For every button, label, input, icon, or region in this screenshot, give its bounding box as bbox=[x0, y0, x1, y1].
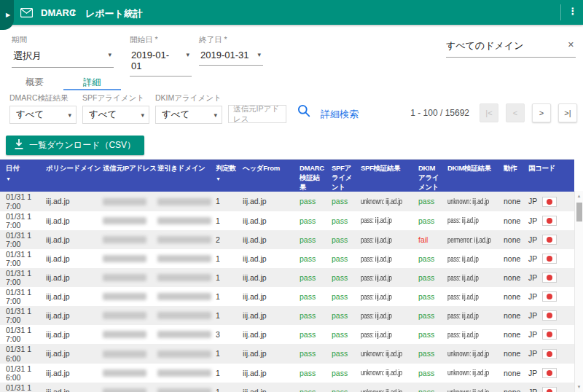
table-row[interactable]: 01/31 16:00iij.ad.jp1iij.ad.jppasspassun… bbox=[0, 383, 574, 392]
table-row[interactable]: 01/31 16:00iij.ad.jp1iij.ad.jppasspassun… bbox=[0, 364, 574, 383]
cell-dmarc-result: pass bbox=[294, 249, 326, 268]
col-country-code[interactable]: 国コード bbox=[523, 160, 574, 192]
japan-flag-icon bbox=[542, 310, 557, 321]
cell-spf-alignment: pass bbox=[326, 287, 355, 306]
active-tab-indicator bbox=[63, 89, 121, 90]
prev-page-button[interactable]: < bbox=[506, 103, 525, 122]
cell-dkim-result: pass: iij.ad.jp bbox=[442, 287, 498, 306]
cell-action: none bbox=[498, 211, 523, 230]
col-policy-domain[interactable]: ポリシードメイン bbox=[40, 160, 97, 192]
period-select[interactable]: 期間 選択月 ▾ bbox=[12, 35, 114, 68]
cell-dkim-result: pass: iij.ad.jp bbox=[442, 211, 498, 230]
source-ip-placeholder: 送信元IPアドレス bbox=[233, 104, 281, 125]
cell-action: none bbox=[498, 344, 523, 363]
japan-flag-icon bbox=[542, 329, 557, 340]
col-spf-alignment[interactable]: SPFアライメント bbox=[326, 160, 355, 192]
cell-dmarc-result: pass bbox=[294, 325, 326, 344]
dkim-alignment-select[interactable]: DKIMアライメント すべて ▾ bbox=[155, 93, 222, 124]
download-csv-button[interactable]: 一覧ダウンロード（CSV） bbox=[6, 136, 144, 155]
col-dkim-alignment[interactable]: DKIMアライメント bbox=[412, 160, 442, 192]
cell-policy-domain: iij.ad.jp bbox=[40, 364, 97, 383]
cell-spf-result: unknown: iij.ad.jp bbox=[355, 192, 412, 211]
last-page-button[interactable]: >| bbox=[558, 103, 577, 122]
sort-desc-icon[interactable]: ▼ bbox=[6, 176, 39, 182]
sort-desc-icon[interactable]: ▼ bbox=[216, 176, 236, 182]
col-count[interactable]: 判定数 ▼ bbox=[210, 160, 237, 192]
clear-icon[interactable]: ✕ bbox=[568, 40, 574, 50]
table-row[interactable]: 01/31 17:00iij.ad.jp2iij.ad.jppasspasspa… bbox=[0, 230, 574, 249]
table-row[interactable]: 01/31 17:00iij.ad.jp1iij.ad.jppasspasspa… bbox=[0, 268, 574, 287]
cell-country: JP bbox=[523, 287, 574, 306]
blurred-source-ip bbox=[103, 369, 146, 377]
japan-flag-icon bbox=[542, 387, 557, 392]
dkim-alignment-value: すべて bbox=[162, 109, 189, 121]
col-header-from[interactable]: ヘッダFrom bbox=[237, 160, 294, 192]
cell-header-from: iij.ad.jp bbox=[237, 249, 294, 268]
dmarc-result-select[interactable]: DMARC検証結果 すべて ▾ bbox=[9, 93, 77, 124]
blurred-source-ip bbox=[103, 217, 146, 224]
advanced-search-link[interactable]: 詳細検索 bbox=[321, 108, 359, 121]
cell-spf-alignment: pass bbox=[326, 364, 355, 383]
table-row[interactable]: 01/31 17:00iij.ad.jp3iij.ad.jppasspasspa… bbox=[0, 325, 574, 344]
cell-spf-result: pass: iij.ad.jp bbox=[355, 249, 412, 268]
table-row[interactable]: 01/31 17:00iij.ad.jp1iij.ad.jppasspasspa… bbox=[0, 211, 574, 230]
scroll-down-icon[interactable]: ▼ bbox=[575, 385, 583, 389]
cell-date: 01/31 17:00 bbox=[0, 325, 40, 344]
col-dmarc-result[interactable]: DMARC検証結果 bbox=[294, 160, 326, 192]
table-row[interactable]: 01/31 17:00iij.ad.jp1iij.ad.jppasspasspa… bbox=[0, 287, 574, 306]
cell-reverse-domain bbox=[152, 287, 210, 306]
cell-dkim-result: unknown: iij.ad.jp bbox=[442, 344, 498, 363]
blurred-reverse-domain bbox=[157, 255, 211, 262]
table-row[interactable]: 01/31 17:00iij.ad.jp1iij.ad.jppasspasspa… bbox=[0, 306, 574, 325]
col-action[interactable]: 動作 bbox=[498, 160, 523, 192]
table-row[interactable]: 01/31 16:00iij.ad.jp1iij.ad.jppasspassun… bbox=[0, 344, 574, 363]
country-code: JP bbox=[528, 254, 537, 263]
blurred-reverse-domain bbox=[157, 388, 211, 392]
table-row[interactable]: 01/31 17:00iij.ad.jp1iij.ad.jppasspasspa… bbox=[0, 249, 574, 268]
scrollbar-thumb[interactable] bbox=[576, 203, 582, 222]
next-page-button[interactable]: > bbox=[532, 103, 551, 122]
cell-date: 01/31 17:00 bbox=[0, 192, 40, 211]
cell-spf-result: pass: iij.ad.jp bbox=[355, 325, 412, 344]
start-date-select[interactable]: 開始日 * 2019-01-01 ▾ bbox=[130, 35, 192, 77]
cell-dkim-alignment: pass bbox=[412, 211, 442, 230]
cell-header-from: iij.ad.jp bbox=[237, 383, 294, 392]
tab-overview[interactable]: 概要 bbox=[6, 74, 63, 91]
col-date[interactable]: 日付 ▼ bbox=[0, 160, 40, 192]
blurred-reverse-domain bbox=[157, 236, 211, 243]
cell-reverse-domain bbox=[152, 192, 210, 211]
cell-dkim-alignment: pass bbox=[412, 306, 442, 325]
cell-date: 01/31 17:00 bbox=[0, 306, 40, 325]
source-ip-input[interactable]: 送信元IPアドレス bbox=[228, 93, 286, 123]
cell-policy-domain: iij.ad.jp bbox=[40, 306, 97, 325]
start-date-value: 2019-01-01 bbox=[131, 50, 169, 71]
col-source-ip[interactable]: 送信元IPアドレス bbox=[97, 160, 152, 192]
cell-count: 1 bbox=[210, 383, 237, 392]
country-code: JP bbox=[528, 349, 537, 358]
search-icon[interactable] bbox=[297, 104, 310, 120]
chevron-down-icon: ▾ bbox=[257, 51, 261, 58]
sidebar-expand-tab[interactable]: ▶ bbox=[0, 0, 14, 30]
end-date-select[interactable]: 終了日 * 2019-01-31 ▾ bbox=[199, 35, 263, 66]
cell-date: 01/31 17:00 bbox=[0, 249, 40, 268]
japan-flag-icon bbox=[542, 291, 557, 302]
dmarc-result-value: すべて bbox=[16, 109, 44, 121]
table-scrollbar[interactable]: ▲ ▼ bbox=[574, 191, 583, 392]
table-row[interactable]: 01/31 17:00iij.ad.jp1iij.ad.jppasspassun… bbox=[0, 192, 574, 211]
cell-source-ip bbox=[97, 344, 152, 363]
scroll-up-icon[interactable]: ▲ bbox=[575, 194, 583, 198]
first-page-button[interactable]: |< bbox=[480, 103, 498, 122]
blurred-reverse-domain bbox=[157, 312, 211, 319]
cell-policy-domain: iij.ad.jp bbox=[40, 383, 97, 392]
kebab-menu-icon[interactable]: ⋮ bbox=[568, 6, 578, 17]
col-reverse-domain[interactable]: 逆引きドメイン bbox=[152, 160, 210, 192]
col-spf-result[interactable]: SPF検証結果 bbox=[355, 160, 412, 192]
col-dkim-result[interactable]: DKIM検証結果 bbox=[442, 160, 498, 192]
domain-filter-input[interactable]: すべてのドメイン ✕ bbox=[446, 38, 576, 58]
cell-dkim-alignment: fail bbox=[412, 230, 442, 249]
cell-source-ip bbox=[97, 364, 152, 383]
table-header-row: 日付 ▼ ポリシードメイン 送信元IPアドレス 逆引きドメイン 判定数 ▼ ヘッ… bbox=[0, 160, 574, 192]
cell-dmarc-result: pass bbox=[294, 287, 326, 306]
spf-alignment-select[interactable]: SPFアライメント すべて ▾ bbox=[82, 93, 149, 124]
cell-count: 1 bbox=[210, 249, 237, 268]
